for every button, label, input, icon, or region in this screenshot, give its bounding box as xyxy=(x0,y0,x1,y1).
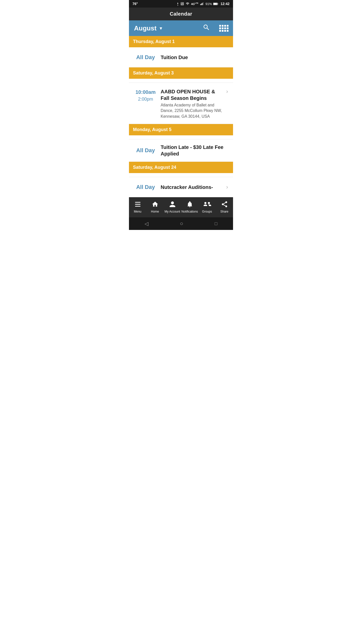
month-name: August xyxy=(134,24,157,32)
temperature: 76° xyxy=(132,2,138,6)
grid-icon xyxy=(219,25,229,32)
share-icon xyxy=(221,201,228,209)
bottom-navigation: Menu Home My Account Notifications Group… xyxy=(129,197,233,217)
nav-label-groups: Groups xyxy=(202,210,212,213)
event-title: Tuition Due xyxy=(161,54,227,61)
event-time-allday: All Day xyxy=(136,184,155,190)
status-bar: 76° 4GLTE 91% 12:42 xyxy=(129,0,233,8)
event-row[interactable]: 10:00am 2:00pm AABD OPEN HOUSE & Fall Se… xyxy=(129,83,233,124)
event-content: Nutcracker Auditions- xyxy=(158,184,226,190)
home-icon xyxy=(152,201,159,209)
chevron-right-icon: › xyxy=(226,88,229,95)
event-time-end: 2:00pm xyxy=(133,97,158,102)
date-header-aug1: Thursday, August 1 xyxy=(129,36,233,47)
event-time-start: 10:00am xyxy=(133,89,158,95)
nav-label-share: Share xyxy=(220,210,228,213)
nav-item-groups[interactable]: Groups xyxy=(198,201,216,213)
svg-rect-6 xyxy=(217,3,218,4)
bluetooth-icon xyxy=(176,2,179,6)
event-content: Tuition Due xyxy=(158,54,229,61)
svg-point-12 xyxy=(225,206,227,207)
groups-icon xyxy=(203,201,211,209)
nav-item-notifications[interactable]: Notifications xyxy=(181,201,198,213)
event-spacer xyxy=(129,79,233,83)
svg-rect-2 xyxy=(202,3,203,5)
notifications-icon xyxy=(186,201,193,209)
time-display: 12:42 xyxy=(220,2,230,6)
menu-icon xyxy=(134,201,141,209)
svg-point-9 xyxy=(208,202,210,204)
battery-percent: 91% xyxy=(205,2,212,6)
event-row[interactable]: All Day Tuition Due xyxy=(129,47,233,67)
header-title: Calendar xyxy=(170,11,192,17)
date-header-aug24: Saturday, August 24 xyxy=(129,162,233,173)
svg-line-14 xyxy=(223,203,225,204)
chevron-right-icon: › xyxy=(226,184,229,190)
event-title: Tuition Late - $30 Late Fee Applied xyxy=(161,144,227,157)
event-time: 10:00am 2:00pm xyxy=(133,88,158,102)
event-spacer xyxy=(129,135,233,139)
event-spacer xyxy=(129,173,233,177)
date-header-aug5: Monday, August 5 xyxy=(129,124,233,135)
nfc-icon xyxy=(180,2,184,6)
svg-point-10 xyxy=(225,202,227,203)
home-button[interactable]: ○ xyxy=(180,220,183,227)
month-bar: August ▾ xyxy=(129,20,233,36)
nav-item-my-account[interactable]: My Account xyxy=(164,201,181,213)
nav-label-notifications: Notifications xyxy=(182,210,198,213)
event-title: AABD OPEN HOUSE & Fall Season Begins xyxy=(161,88,224,101)
event-content: AABD OPEN HOUSE & Fall Season Begins Atl… xyxy=(158,88,226,119)
search-button[interactable] xyxy=(198,21,215,35)
event-content: Tuition Late - $30 Late Fee Applied xyxy=(158,144,229,157)
nav-label-home: Home xyxy=(151,210,159,213)
event-time-allday: All Day xyxy=(136,147,155,153)
event-title: Nutcracker Auditions- xyxy=(161,184,224,190)
recents-button[interactable]: □ xyxy=(215,221,217,226)
event-row[interactable]: All Day Nutcracker Auditions- › xyxy=(129,177,233,197)
svg-rect-3 xyxy=(203,2,203,5)
wifi-icon xyxy=(185,2,190,6)
svg-line-13 xyxy=(223,205,225,206)
person-icon xyxy=(169,201,176,209)
event-time: All Day xyxy=(133,184,158,190)
signal-bars-icon xyxy=(200,2,204,6)
month-actions xyxy=(198,21,233,35)
nav-item-menu[interactable]: Menu xyxy=(129,201,146,213)
back-button[interactable]: ◁ xyxy=(145,221,148,227)
search-icon xyxy=(203,24,210,31)
app-header: Calendar xyxy=(129,8,233,20)
nav-item-share[interactable]: Share xyxy=(216,201,233,213)
bell-icon xyxy=(186,201,193,208)
grid-view-button[interactable] xyxy=(215,22,233,34)
event-time-allday: All Day xyxy=(136,54,155,60)
nav-label-my-account: My Account xyxy=(164,210,180,213)
svg-point-8 xyxy=(204,202,206,204)
chevron-down-icon: ▾ xyxy=(160,25,162,31)
event-location: Atlanta Academy of Ballet and Dance, 225… xyxy=(161,102,224,119)
svg-rect-1 xyxy=(201,4,202,5)
month-selector[interactable]: August ▾ xyxy=(129,24,167,32)
svg-point-11 xyxy=(222,204,223,205)
event-row[interactable]: All Day Tuition Late - $30 Late Fee Appl… xyxy=(129,139,233,162)
nav-label-menu: Menu xyxy=(134,210,141,213)
svg-rect-0 xyxy=(200,4,201,5)
battery-icon xyxy=(213,2,218,6)
signal-label: 4GLTE xyxy=(191,2,198,6)
calendar-content: Thursday, August 1 All Day Tuition Due S… xyxy=(129,36,233,197)
date-header-aug3: Saturday, August 3 xyxy=(129,67,233,79)
event-time: All Day xyxy=(133,147,158,154)
android-nav-bar: ◁ ○ □ xyxy=(129,217,233,230)
svg-rect-5 xyxy=(213,3,217,5)
event-time: All Day xyxy=(133,54,158,61)
nav-item-home[interactable]: Home xyxy=(146,201,164,213)
status-icons: 4GLTE 91% 12:42 xyxy=(176,2,230,6)
